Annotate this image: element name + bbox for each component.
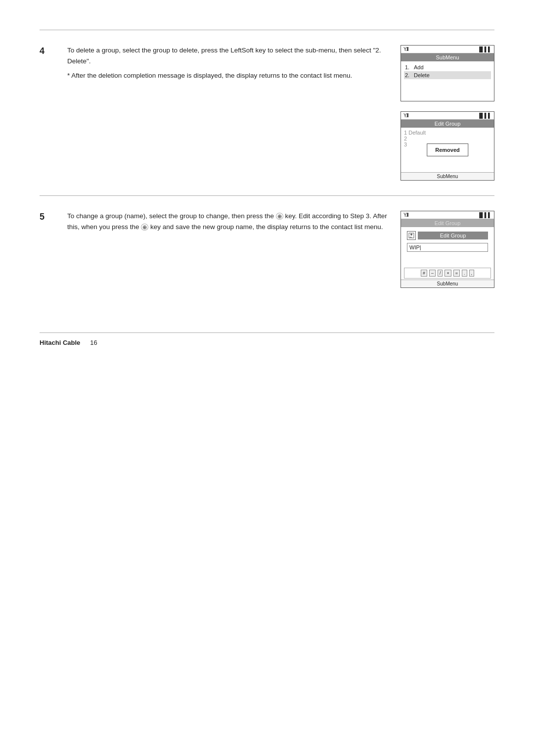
step4-screen2: Y.lll ▐▌▌▌ Edit Group 1 Default 2 xyxy=(400,111,494,181)
step5-input-wrapper: WIP| xyxy=(404,242,491,253)
step5-keyboard-row: # – / × = . , xyxy=(404,268,491,279)
step-4-row: 4 To delete a group, select the group to… xyxy=(40,30,494,195)
removed-popup: Removed xyxy=(427,143,468,156)
step5-input-row: Edit Group xyxy=(404,229,491,242)
footer: Hitachi Cable 16 xyxy=(40,332,494,346)
step-4-number: 4 xyxy=(40,45,57,181)
step-5-main: To change a group (name), select the gro… xyxy=(67,211,391,232)
battery-icon-2: ▐▌▌▌ xyxy=(478,113,491,118)
menu-item-delete: 2. Delete xyxy=(404,71,491,79)
signal-icon-1: Y.lll xyxy=(403,47,408,52)
step5-screen1: Y.lll ▐▌▌▌ Edit Group Edit Group xyxy=(400,211,494,288)
step-5-screens: Y.lll ▐▌▌▌ Edit Group Edit Group xyxy=(400,211,494,288)
step4-screen1: Y.lll ▐▌▌▌ SubMenu 1. Add 2. Delete xyxy=(400,45,494,101)
step5-input-field[interactable]: WIP| xyxy=(407,243,488,252)
kbd-hash: # xyxy=(421,270,427,277)
step5-title-box: Edit Group xyxy=(418,232,488,239)
footer-page: 16 xyxy=(90,339,97,346)
menu-item-add: 1. Add xyxy=(404,63,491,71)
step5-faded-title: Edit Group xyxy=(401,219,494,227)
step-4-text: To delete a group, select the group to d… xyxy=(67,45,391,181)
screen2-footer: SubMenu xyxy=(401,172,494,180)
signal-icon-3: Y.lll xyxy=(403,212,408,218)
step-4-screens: Y.lll ▐▌▌▌ SubMenu 1. Add 2. Delete xyxy=(400,45,494,181)
kbd-dot: . xyxy=(462,270,467,277)
bg-item-1: 1 Default xyxy=(404,130,491,136)
battery-icon-3: ▐▌▌▌ xyxy=(478,212,491,218)
statusbar-3: Y.lll ▐▌▌▌ xyxy=(401,211,494,219)
screen1-body: 1. Add 2. Delete xyxy=(401,61,494,101)
step-4-note: * After the deletion completion message … xyxy=(67,70,391,81)
step-5-number: 5 xyxy=(40,211,57,288)
step-5-row: 5 To change a group (name), select the g… xyxy=(40,195,494,303)
svg-point-1 xyxy=(410,234,412,236)
screen2-title: Edit Group xyxy=(401,120,494,128)
step-4-main: To delete a group, select the group to d… xyxy=(67,45,391,66)
kbd-equals: = xyxy=(453,270,460,277)
screen1-title: SubMenu xyxy=(401,53,494,61)
kbd-comma: , xyxy=(469,270,475,277)
bg-item-2: 2 xyxy=(404,136,491,142)
step5-footer: SubMenu xyxy=(401,280,494,287)
page-content: 4 To delete a group, select the group to… xyxy=(40,30,494,346)
step5-body: Edit Group WIP| xyxy=(401,227,494,267)
statusbar-2: Y.lll ▐▌▌▌ xyxy=(401,112,494,120)
signal-icon-2: Y.lll xyxy=(403,113,408,118)
input-icon xyxy=(407,231,416,240)
kbd-slash: / xyxy=(438,270,443,277)
kbd-dash: – xyxy=(429,270,436,277)
battery-icon-1: ▐▌▌▌ xyxy=(478,47,491,52)
statusbar-1: Y.lll ▐▌▌▌ xyxy=(401,46,494,53)
footer-brand: Hitachi Cable xyxy=(40,339,80,346)
person-icon xyxy=(408,232,415,239)
screen2-body: 1 Default 2 3 Removed xyxy=(401,128,494,172)
kbd-times: × xyxy=(445,270,451,277)
step-5-text: To change a group (name), select the gro… xyxy=(67,211,391,288)
